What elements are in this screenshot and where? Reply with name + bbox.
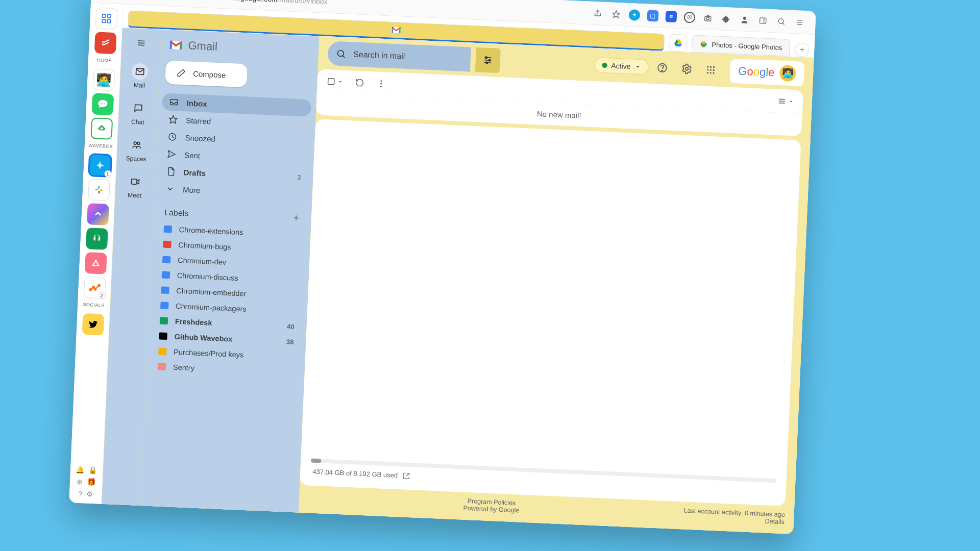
more-actions-button[interactable] <box>376 79 386 89</box>
reload-button[interactable] <box>179 0 190 1</box>
extension-password-icon[interactable]: ⦿ <box>683 11 695 23</box>
search-input[interactable]: Search in mail <box>327 41 471 71</box>
spaces-icon <box>128 136 145 153</box>
gmail-app: Mail Chat Spaces Meet <box>102 28 814 534</box>
status-pill[interactable]: Active <box>594 57 649 75</box>
label-name: Chromium-discuss <box>177 271 239 282</box>
rail-group-home: HOME <box>97 58 112 63</box>
account-avatar: 🧑‍💻 <box>779 65 796 82</box>
rail-messages[interactable] <box>91 93 114 115</box>
star-icon <box>168 115 178 124</box>
svg-point-52 <box>486 62 487 63</box>
notifications-icon[interactable]: 🔔 <box>76 465 85 474</box>
gmail-rail-mail[interactable]: Mail <box>131 63 149 89</box>
svg-point-51 <box>488 59 490 61</box>
new-tab-button[interactable]: + <box>795 42 810 57</box>
gmail-brand[interactable]: Gmail <box>164 37 314 65</box>
share-icon[interactable] <box>592 7 604 19</box>
open-storage-icon[interactable] <box>403 472 410 480</box>
extensions-menu-icon[interactable] <box>720 13 732 24</box>
label-name: Chromium-embedder <box>176 287 247 298</box>
label-tag-icon <box>163 241 172 248</box>
rail-wavebox-badge: 1 <box>104 170 112 178</box>
label-tag-icon <box>158 363 166 370</box>
send-icon <box>167 149 177 159</box>
settings-footer-icon[interactable]: ⚙ <box>86 490 93 498</box>
add-app-icon[interactable]: ⊕ <box>77 478 83 486</box>
find-icon[interactable] <box>775 15 787 27</box>
meet-icon <box>127 173 143 190</box>
extension-wavebox-icon[interactable]: ✦ <box>629 9 641 20</box>
folder-more-label: More <box>183 185 201 194</box>
search-options-button[interactable] <box>475 47 501 73</box>
rail-wavebox[interactable]: ✦ 1 <box>89 154 111 177</box>
rail-avatar-account[interactable]: 🧑‍💻 <box>92 68 115 91</box>
label-name: Github Wavebox <box>174 333 232 343</box>
svg-point-68 <box>380 80 382 82</box>
svg-line-73 <box>779 103 785 104</box>
apps-grid-icon[interactable] <box>705 65 722 76</box>
inbox-icon <box>169 97 179 107</box>
storage-text: 437.04 GB of 8,192 GB used <box>312 468 398 479</box>
gift-icon[interactable]: 🎁 <box>87 478 96 487</box>
gmail-rail-spaces[interactable]: Spaces <box>126 136 147 163</box>
density-toggle[interactable] <box>777 96 794 106</box>
rail-clickup[interactable] <box>87 203 109 226</box>
svg-rect-21 <box>100 189 103 191</box>
select-all-checkbox[interactable] <box>326 77 343 86</box>
label-tag-icon <box>162 256 171 264</box>
folder-snoozed-label: Snoozed <box>185 133 215 143</box>
compose-button[interactable]: Compose <box>165 60 248 87</box>
rail-feedly[interactable] <box>90 117 113 140</box>
gmail-rail-chat[interactable]: Chat <box>130 100 147 126</box>
home-button[interactable] <box>194 0 206 2</box>
label-name: Sentry <box>173 363 195 372</box>
svg-point-63 <box>707 72 708 73</box>
svg-rect-13 <box>102 14 106 18</box>
bookmark-icon[interactable] <box>610 8 622 20</box>
svg-point-5 <box>743 16 746 19</box>
help-icon[interactable] <box>656 62 673 73</box>
tune-icon <box>482 55 493 66</box>
svg-point-26 <box>94 288 96 290</box>
label-name: Chrome-extensions <box>179 226 243 236</box>
rail-todoist[interactable] <box>94 32 116 54</box>
menu-icon[interactable] <box>794 16 805 28</box>
pinned-tab-drive[interactable] <box>669 34 687 52</box>
labels-header: Labels <box>164 208 189 218</box>
refresh-button[interactable] <box>355 78 364 88</box>
svg-rect-16 <box>107 19 111 23</box>
rail-dashboard[interactable] <box>95 7 117 30</box>
rail-twitter[interactable] <box>82 313 104 336</box>
status-label: Active <box>611 62 631 71</box>
label-tag-icon <box>161 287 169 294</box>
google-account-chip[interactable]: Google 🧑‍💻 <box>729 59 804 86</box>
folder-drafts-label: Drafts <box>183 168 206 178</box>
svg-point-59 <box>713 66 715 68</box>
lock-footer-icon[interactable]: 🔒 <box>88 466 97 474</box>
toolbar-right: ✦ ▢ ≡ ⦿ <box>592 7 810 28</box>
rail-sentry[interactable] <box>84 252 107 274</box>
panel-icon[interactable] <box>757 14 769 26</box>
extension-blue2-icon[interactable]: ≡ <box>665 11 677 22</box>
settings-icon[interactable] <box>681 63 698 75</box>
rail-slack[interactable] <box>88 179 110 201</box>
extension-camera-icon[interactable] <box>702 12 714 24</box>
gmail-rail-meet[interactable]: Meet <box>126 173 143 199</box>
gmail-logo-icon <box>168 39 183 51</box>
rail-support[interactable] <box>85 228 108 250</box>
svg-point-56 <box>685 67 689 70</box>
gmail-main: Search in mail Active <box>299 37 814 534</box>
label-count: 38 <box>286 338 294 346</box>
mail-body-panel: 437.04 GB of 8,192 GB used <box>300 119 801 506</box>
gmail-menu-icon[interactable] <box>136 38 146 48</box>
chevron-down-icon <box>165 184 175 194</box>
extension-blue1-icon[interactable]: ▢ <box>647 10 659 21</box>
forward-button[interactable] <box>163 0 175 1</box>
help-footer-icon[interactable]: ? <box>78 490 82 498</box>
folder-inbox-label: Inbox <box>186 98 207 108</box>
svg-point-62 <box>713 69 715 71</box>
add-label-button[interactable]: + <box>293 212 300 224</box>
profile-icon[interactable] <box>739 14 750 26</box>
rail-analytics[interactable]: 2 <box>83 277 106 299</box>
